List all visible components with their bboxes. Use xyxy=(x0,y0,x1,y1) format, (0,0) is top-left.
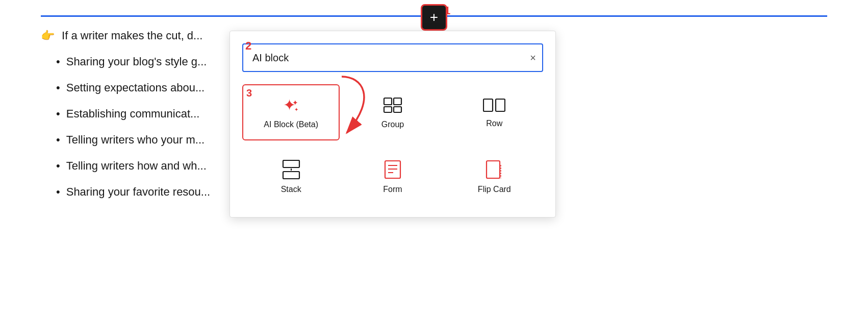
step-3-badge: 3 xyxy=(246,87,252,99)
svg-rect-5 xyxy=(384,107,392,112)
ai-block-icon: ✦ ✦ ✦ xyxy=(281,96,301,114)
group-label: Group xyxy=(381,119,404,130)
svg-rect-11 xyxy=(283,172,299,179)
search-wrapper: 2 × xyxy=(242,43,543,72)
svg-rect-3 xyxy=(384,98,392,105)
plus-icon: + xyxy=(430,10,438,25)
flip-card-item[interactable]: Flip Card xyxy=(446,149,543,205)
add-block-button[interactable]: + xyxy=(421,4,447,31)
row-icon xyxy=(483,97,505,113)
stack-item[interactable]: Stack xyxy=(242,149,340,205)
ai-block-wrapper: 3 ✦ ✦ ✦ AI Block (Beta) xyxy=(242,84,340,140)
stack-icon xyxy=(282,160,300,179)
form-wrapper: Form xyxy=(344,149,441,205)
blocks-grid: 3 ✦ ✦ ✦ AI Block (Beta) xyxy=(242,84,543,205)
svg-rect-10 xyxy=(283,160,299,167)
svg-rect-6 xyxy=(394,107,401,112)
row-item[interactable]: Row xyxy=(446,84,543,140)
svg-rect-17 xyxy=(487,161,500,178)
step-2-badge: 2 xyxy=(245,39,251,53)
form-item[interactable]: Form xyxy=(344,149,441,205)
search-input[interactable] xyxy=(242,43,543,72)
svg-rect-8 xyxy=(496,99,505,111)
group-item[interactable]: Group xyxy=(344,84,441,140)
block-picker-modal: 2 × 3 ✦ ✦ ✦ AI Block (Beta) xyxy=(229,31,556,218)
search-clear-button[interactable]: × xyxy=(530,52,536,64)
ai-block-item[interactable]: ✦ ✦ ✦ AI Block (Beta) xyxy=(242,84,340,140)
ai-block-label: AI Block (Beta) xyxy=(264,119,318,130)
svg-rect-7 xyxy=(483,99,493,111)
flip-card-label: Flip Card xyxy=(478,184,511,195)
add-block-button-wrapper: + xyxy=(421,4,447,31)
flip-card-icon xyxy=(486,160,503,179)
row-label: Row xyxy=(486,118,502,129)
flip-card-wrapper: Flip Card xyxy=(446,149,543,205)
stack-label: Stack xyxy=(281,184,301,195)
group-wrapper: Group xyxy=(344,84,441,140)
row-wrapper: Row xyxy=(446,84,543,140)
svg-rect-4 xyxy=(394,98,401,105)
form-label: Form xyxy=(383,184,402,195)
svg-text:✦: ✦ xyxy=(292,99,298,107)
svg-text:✦: ✦ xyxy=(294,107,298,112)
group-icon xyxy=(383,96,402,114)
stack-wrapper: Stack xyxy=(242,149,340,205)
form-icon xyxy=(384,160,401,179)
